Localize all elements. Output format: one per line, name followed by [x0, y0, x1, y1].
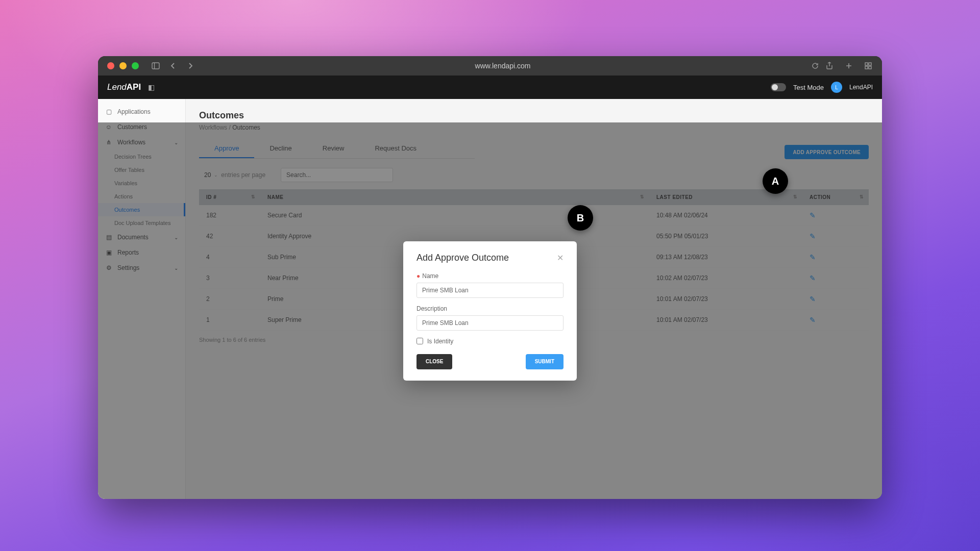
- sidebar-item-applications[interactable]: ▢Applications: [98, 104, 185, 119]
- name-label: ●Name: [416, 272, 564, 280]
- modal-submit-button[interactable]: SUBMIT: [526, 354, 564, 369]
- user-avatar[interactable]: L: [831, 82, 842, 93]
- forward-icon[interactable]: [186, 61, 195, 70]
- user-name: LendAPI: [849, 84, 873, 91]
- description-input[interactable]: [416, 315, 564, 331]
- annotation-marker-a: A: [763, 168, 788, 194]
- svg-rect-4: [865, 63, 868, 65]
- brand-logo: LendAPI: [107, 82, 141, 92]
- add-outcome-modal: Add Approve Outcome ✕ ●Name Description …: [403, 241, 577, 381]
- close-icon[interactable]: ✕: [557, 253, 564, 263]
- new-tab-icon[interactable]: [844, 61, 853, 70]
- close-window-button[interactable]: [107, 62, 114, 69]
- collapse-sidebar-icon[interactable]: ◧: [148, 83, 155, 91]
- is-identity-checkbox[interactable]: [416, 338, 423, 344]
- app-root: LendAPI ◧ Test Mode L LendAPI ▢Applicati…: [98, 76, 882, 499]
- svg-rect-5: [869, 63, 871, 65]
- app-topbar: LendAPI ◧ Test Mode L LendAPI: [98, 76, 882, 99]
- is-identity-label: Is Identity: [427, 338, 453, 345]
- maximize-window-button[interactable]: [132, 62, 139, 69]
- test-mode-toggle[interactable]: [771, 83, 786, 91]
- reload-icon[interactable]: [811, 61, 820, 70]
- minimize-window-button[interactable]: [119, 62, 127, 69]
- name-input[interactable]: [416, 283, 564, 298]
- modal-title: Add Approve Outcome: [416, 253, 509, 263]
- url-bar[interactable]: www.lendapi.com: [200, 62, 805, 70]
- svg-rect-0: [152, 63, 159, 69]
- modal-close-button[interactable]: CLOSE: [416, 354, 452, 369]
- browser-window: www.lendapi.com LendAPI ◧ Test Mode L Le…: [98, 56, 882, 499]
- traffic-lights: [107, 62, 139, 69]
- page-title: Outcomes: [199, 110, 869, 121]
- svg-rect-6: [865, 66, 868, 69]
- share-icon[interactable]: [825, 61, 834, 70]
- browser-titlebar: www.lendapi.com: [98, 56, 882, 76]
- svg-rect-7: [869, 66, 871, 69]
- applications-icon: ▢: [105, 108, 112, 115]
- annotation-marker-b: B: [568, 205, 593, 231]
- tabs-overview-icon[interactable]: [864, 61, 873, 70]
- sidebar-toggle-icon[interactable]: [151, 61, 160, 70]
- description-label: Description: [416, 305, 564, 312]
- back-icon[interactable]: [168, 61, 178, 70]
- test-mode-label: Test Mode: [793, 84, 824, 91]
